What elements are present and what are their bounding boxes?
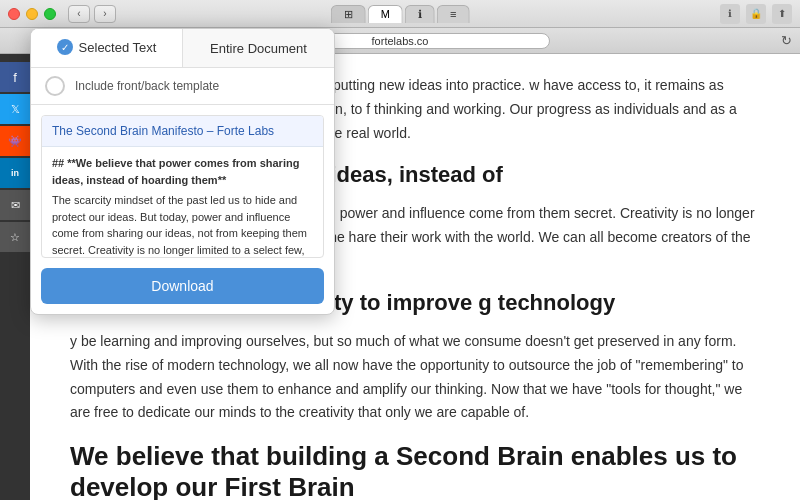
content-body: The scarcity mindset of the past led us … xyxy=(52,192,313,257)
tab-info[interactable]: ℹ xyxy=(405,5,435,23)
tab-area: ⊞ M ℹ ≡ xyxy=(331,5,470,23)
toggle-checkbox[interactable] xyxy=(45,76,65,96)
refresh-icon[interactable]: ↻ xyxy=(781,33,792,48)
content-preview-text: ## **We believe that power comes from sh… xyxy=(42,147,323,257)
tab-info-icon: ℹ xyxy=(418,8,422,20)
tab-entire-document[interactable]: Entire Document xyxy=(183,29,334,67)
minimize-button[interactable] xyxy=(26,8,38,20)
toolbar-info-icon[interactable]: ℹ xyxy=(720,4,740,24)
toolbar-share-icon[interactable]: ⬆ xyxy=(772,4,792,24)
toggle-label: Include front/back template xyxy=(75,79,219,93)
content-heading: ## **We believe that power comes from sh… xyxy=(52,155,313,188)
back-button[interactable]: ‹ xyxy=(68,5,90,23)
social-sidebar: f 𝕏 👾 in ✉ ☆ xyxy=(0,54,30,500)
title-bar-right: ℹ 🔒 ⬆ xyxy=(720,4,792,24)
reddit-icon: 👾 xyxy=(8,135,22,148)
facebook-icon: f xyxy=(13,70,17,85)
export-popup: ✓ Selected Text Entire Document Include … xyxy=(30,28,335,315)
tab-selected-label: Selected Text xyxy=(79,40,157,55)
tab-menu-icon: ≡ xyxy=(450,8,456,20)
twitter-share-button[interactable]: 𝕏 xyxy=(0,94,30,124)
linkedin-share-button[interactable]: in xyxy=(0,158,30,188)
tab-selected-text[interactable]: ✓ Selected Text xyxy=(31,29,182,67)
maximize-button[interactable] xyxy=(44,8,56,20)
title-bar: ‹ › ⊞ M ℹ ≡ ℹ 🔒 ⬆ xyxy=(0,0,800,28)
content-preview-title: The Second Brain Manifesto – Forte Labs xyxy=(42,116,323,147)
traffic-lights xyxy=(8,8,56,20)
tab-active[interactable]: M xyxy=(368,5,403,23)
bookmark-icon: ☆ xyxy=(10,231,20,244)
linkedin-icon: in xyxy=(11,168,19,178)
popup-tabs: ✓ Selected Text Entire Document xyxy=(31,29,334,68)
tab-menu[interactable]: ≡ xyxy=(437,5,469,23)
section2-body: y be learning and improving ourselves, b… xyxy=(70,330,760,425)
content-preview-box: The Second Brain Manifesto – Forte Labs … xyxy=(41,115,324,258)
twitter-icon: 𝕏 xyxy=(11,103,20,116)
tab-item[interactable]: ⊞ xyxy=(331,5,366,23)
bookmark-button[interactable]: ☆ xyxy=(0,222,30,252)
reddit-share-button[interactable]: 👾 xyxy=(0,126,30,156)
check-icon: ✓ xyxy=(57,39,73,55)
main-layout: f 𝕏 👾 in ✉ ☆ ✓ Selected Text xyxy=(0,54,800,500)
address-bar-right: ↻ xyxy=(781,33,792,48)
tab-icon: ⊞ xyxy=(344,8,353,20)
email-icon: ✉ xyxy=(11,199,20,212)
popup-container: ✓ Selected Text Entire Document Include … xyxy=(30,28,335,315)
tab-entire-label: Entire Document xyxy=(210,41,307,56)
email-share-button[interactable]: ✉ xyxy=(0,190,30,220)
facebook-share-button[interactable]: f xyxy=(0,62,30,92)
toolbar-lock-icon[interactable]: 🔒 xyxy=(746,4,766,24)
section3-heading: We believe that building a Second Brain … xyxy=(70,441,760,500)
download-button[interactable]: Download xyxy=(41,268,324,304)
forward-button[interactable]: › xyxy=(94,5,116,23)
nav-buttons: ‹ › xyxy=(68,5,116,23)
close-button[interactable] xyxy=(8,8,20,20)
tab-label: M xyxy=(381,8,390,20)
toggle-row: Include front/back template xyxy=(31,68,334,105)
